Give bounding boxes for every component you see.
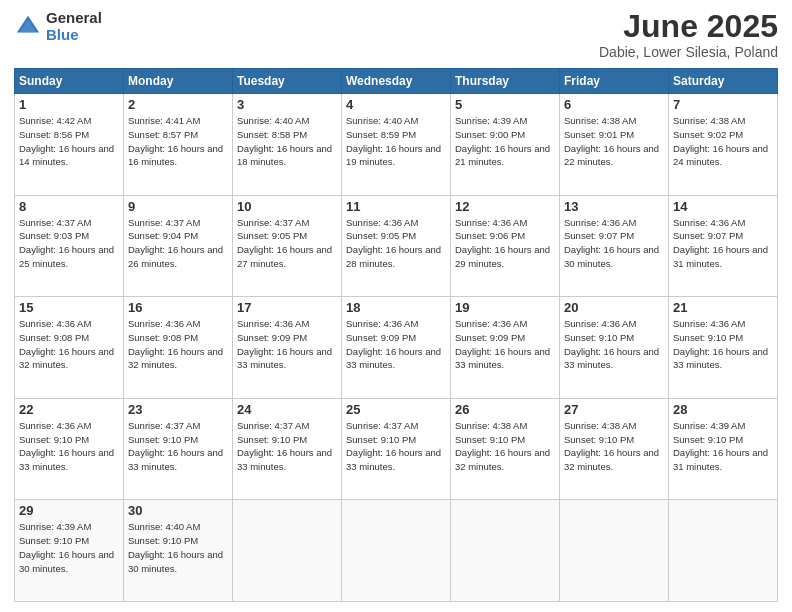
day-detail: Sunrise: 4:37 AMSunset: 9:10 PMDaylight:… (346, 420, 441, 472)
day-cell: 27 Sunrise: 4:38 AMSunset: 9:10 PMDaylig… (560, 398, 669, 500)
day-number: 9 (128, 199, 228, 214)
day-detail: Sunrise: 4:36 AMSunset: 9:06 PMDaylight:… (455, 217, 550, 269)
day-number: 6 (564, 97, 664, 112)
day-detail: Sunrise: 4:36 AMSunset: 9:09 PMDaylight:… (346, 318, 441, 370)
day-detail: Sunrise: 4:36 AMSunset: 9:09 PMDaylight:… (455, 318, 550, 370)
logo-blue-text: Blue (46, 27, 102, 44)
day-cell: 14 Sunrise: 4:36 AMSunset: 9:07 PMDaylig… (669, 195, 778, 297)
day-detail: Sunrise: 4:42 AMSunset: 8:56 PMDaylight:… (19, 115, 114, 167)
day-number: 24 (237, 402, 337, 417)
day-detail: Sunrise: 4:37 AMSunset: 9:10 PMDaylight:… (237, 420, 332, 472)
day-cell: 28 Sunrise: 4:39 AMSunset: 9:10 PMDaylig… (669, 398, 778, 500)
day-detail: Sunrise: 4:38 AMSunset: 9:01 PMDaylight:… (564, 115, 659, 167)
day-cell: 1 Sunrise: 4:42 AMSunset: 8:56 PMDayligh… (15, 94, 124, 196)
day-detail: Sunrise: 4:37 AMSunset: 9:03 PMDaylight:… (19, 217, 114, 269)
day-detail: Sunrise: 4:36 AMSunset: 9:07 PMDaylight:… (673, 217, 768, 269)
header-thursday: Thursday (451, 69, 560, 94)
day-number: 30 (128, 503, 228, 518)
week-row-2: 15 Sunrise: 4:36 AMSunset: 9:08 PMDaylig… (15, 297, 778, 399)
day-number: 8 (19, 199, 119, 214)
logo-text: General Blue (46, 10, 102, 43)
day-detail: Sunrise: 4:37 AMSunset: 9:04 PMDaylight:… (128, 217, 223, 269)
day-number: 22 (19, 402, 119, 417)
day-cell: 21 Sunrise: 4:36 AMSunset: 9:10 PMDaylig… (669, 297, 778, 399)
day-cell (669, 500, 778, 602)
day-number: 7 (673, 97, 773, 112)
week-row-0: 1 Sunrise: 4:42 AMSunset: 8:56 PMDayligh… (15, 94, 778, 196)
day-cell: 7 Sunrise: 4:38 AMSunset: 9:02 PMDayligh… (669, 94, 778, 196)
calendar-table: SundayMondayTuesdayWednesdayThursdayFrid… (14, 68, 778, 602)
day-detail: Sunrise: 4:37 AMSunset: 9:05 PMDaylight:… (237, 217, 332, 269)
day-cell (342, 500, 451, 602)
day-cell: 24 Sunrise: 4:37 AMSunset: 9:10 PMDaylig… (233, 398, 342, 500)
day-number: 1 (19, 97, 119, 112)
day-cell (233, 500, 342, 602)
day-detail: Sunrise: 4:38 AMSunset: 9:02 PMDaylight:… (673, 115, 768, 167)
day-number: 19 (455, 300, 555, 315)
day-detail: Sunrise: 4:36 AMSunset: 9:10 PMDaylight:… (564, 318, 659, 370)
day-cell: 20 Sunrise: 4:36 AMSunset: 9:10 PMDaylig… (560, 297, 669, 399)
day-detail: Sunrise: 4:40 AMSunset: 9:10 PMDaylight:… (128, 521, 223, 573)
day-cell: 3 Sunrise: 4:40 AMSunset: 8:58 PMDayligh… (233, 94, 342, 196)
day-cell: 26 Sunrise: 4:38 AMSunset: 9:10 PMDaylig… (451, 398, 560, 500)
day-number: 23 (128, 402, 228, 417)
day-number: 29 (19, 503, 119, 518)
day-detail: Sunrise: 4:36 AMSunset: 9:10 PMDaylight:… (19, 420, 114, 472)
calendar-header-row: SundayMondayTuesdayWednesdayThursdayFrid… (15, 69, 778, 94)
day-number: 5 (455, 97, 555, 112)
header-friday: Friday (560, 69, 669, 94)
day-number: 2 (128, 97, 228, 112)
day-detail: Sunrise: 4:36 AMSunset: 9:08 PMDaylight:… (19, 318, 114, 370)
header-monday: Monday (124, 69, 233, 94)
day-cell: 30 Sunrise: 4:40 AMSunset: 9:10 PMDaylig… (124, 500, 233, 602)
day-cell: 12 Sunrise: 4:36 AMSunset: 9:06 PMDaylig… (451, 195, 560, 297)
location: Dabie, Lower Silesia, Poland (599, 44, 778, 60)
day-detail: Sunrise: 4:38 AMSunset: 9:10 PMDaylight:… (564, 420, 659, 472)
day-cell (451, 500, 560, 602)
day-cell: 4 Sunrise: 4:40 AMSunset: 8:59 PMDayligh… (342, 94, 451, 196)
day-number: 16 (128, 300, 228, 315)
day-detail: Sunrise: 4:36 AMSunset: 9:08 PMDaylight:… (128, 318, 223, 370)
title-section: June 2025 Dabie, Lower Silesia, Poland (599, 10, 778, 60)
day-cell: 17 Sunrise: 4:36 AMSunset: 9:09 PMDaylig… (233, 297, 342, 399)
day-cell: 22 Sunrise: 4:36 AMSunset: 9:10 PMDaylig… (15, 398, 124, 500)
day-detail: Sunrise: 4:38 AMSunset: 9:10 PMDaylight:… (455, 420, 550, 472)
day-cell: 16 Sunrise: 4:36 AMSunset: 9:08 PMDaylig… (124, 297, 233, 399)
day-number: 20 (564, 300, 664, 315)
day-detail: Sunrise: 4:36 AMSunset: 9:05 PMDaylight:… (346, 217, 441, 269)
day-number: 11 (346, 199, 446, 214)
day-detail: Sunrise: 4:39 AMSunset: 9:10 PMDaylight:… (19, 521, 114, 573)
day-detail: Sunrise: 4:39 AMSunset: 9:00 PMDaylight:… (455, 115, 550, 167)
logo-icon (14, 13, 42, 41)
logo: General Blue (14, 10, 102, 43)
day-cell: 2 Sunrise: 4:41 AMSunset: 8:57 PMDayligh… (124, 94, 233, 196)
day-cell (560, 500, 669, 602)
day-detail: Sunrise: 4:36 AMSunset: 9:10 PMDaylight:… (673, 318, 768, 370)
day-cell: 19 Sunrise: 4:36 AMSunset: 9:09 PMDaylig… (451, 297, 560, 399)
day-detail: Sunrise: 4:41 AMSunset: 8:57 PMDaylight:… (128, 115, 223, 167)
day-cell: 18 Sunrise: 4:36 AMSunset: 9:09 PMDaylig… (342, 297, 451, 399)
header: General Blue June 2025 Dabie, Lower Sile… (14, 10, 778, 60)
day-detail: Sunrise: 4:36 AMSunset: 9:09 PMDaylight:… (237, 318, 332, 370)
day-cell: 6 Sunrise: 4:38 AMSunset: 9:01 PMDayligh… (560, 94, 669, 196)
header-wednesday: Wednesday (342, 69, 451, 94)
day-cell: 15 Sunrise: 4:36 AMSunset: 9:08 PMDaylig… (15, 297, 124, 399)
day-detail: Sunrise: 4:36 AMSunset: 9:07 PMDaylight:… (564, 217, 659, 269)
day-cell: 11 Sunrise: 4:36 AMSunset: 9:05 PMDaylig… (342, 195, 451, 297)
day-cell: 9 Sunrise: 4:37 AMSunset: 9:04 PMDayligh… (124, 195, 233, 297)
header-sunday: Sunday (15, 69, 124, 94)
header-saturday: Saturday (669, 69, 778, 94)
day-cell: 29 Sunrise: 4:39 AMSunset: 9:10 PMDaylig… (15, 500, 124, 602)
day-number: 3 (237, 97, 337, 112)
day-number: 21 (673, 300, 773, 315)
day-number: 4 (346, 97, 446, 112)
day-detail: Sunrise: 4:39 AMSunset: 9:10 PMDaylight:… (673, 420, 768, 472)
day-number: 27 (564, 402, 664, 417)
day-cell: 25 Sunrise: 4:37 AMSunset: 9:10 PMDaylig… (342, 398, 451, 500)
day-detail: Sunrise: 4:37 AMSunset: 9:10 PMDaylight:… (128, 420, 223, 472)
day-number: 14 (673, 199, 773, 214)
page: General Blue June 2025 Dabie, Lower Sile… (0, 0, 792, 612)
week-row-1: 8 Sunrise: 4:37 AMSunset: 9:03 PMDayligh… (15, 195, 778, 297)
day-number: 28 (673, 402, 773, 417)
day-cell: 23 Sunrise: 4:37 AMSunset: 9:10 PMDaylig… (124, 398, 233, 500)
